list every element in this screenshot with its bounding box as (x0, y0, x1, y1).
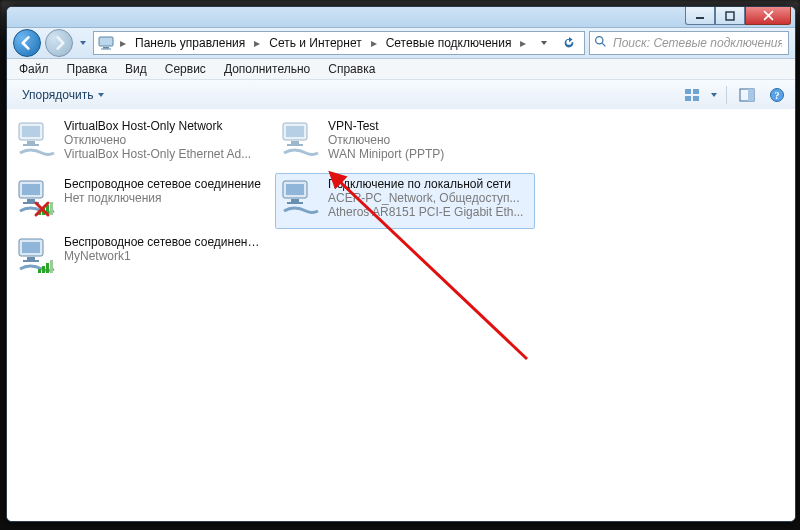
connection-item[interactable]: Беспроводное сетевое соединение 2MyNetwo… (11, 231, 271, 287)
address-bar[interactable]: ▸ Панель управления ▸ Сеть и Интернет ▸ … (93, 31, 585, 55)
connection-item[interactable]: VirtualBox Host-Only NetworkОтключеноVir… (11, 115, 271, 171)
connections-list: VirtualBox Host-Only NetworkОтключеноVir… (7, 109, 795, 293)
menu-tools[interactable]: Сервис (157, 60, 214, 78)
connection-status: Отключено (64, 133, 266, 147)
svg-rect-2 (99, 37, 113, 46)
svg-rect-12 (748, 89, 754, 101)
svg-rect-19 (16, 119, 58, 161)
connection-title: Подключение по локальной сети (328, 177, 530, 191)
svg-rect-42 (42, 266, 45, 273)
connection-text: VPN-TestОтключеноWAN Miniport (PPTP) (328, 119, 530, 161)
help-button[interactable]: ? (765, 83, 789, 107)
svg-rect-41 (38, 269, 41, 273)
svg-rect-35 (291, 199, 299, 202)
content-area[interactable]: VirtualBox Host-Only NetworkОтключеноVir… (7, 109, 795, 521)
connection-status: MyNetwork1 (64, 249, 266, 263)
connection-status: Отключено (328, 133, 530, 147)
connection-item[interactable]: VPN-TestОтключеноWAN Miniport (PPTP) (275, 115, 535, 171)
svg-rect-1 (726, 12, 734, 20)
chevron-down-icon[interactable] (710, 91, 718, 99)
svg-rect-36 (287, 202, 303, 204)
svg-rect-27 (27, 199, 35, 202)
connection-item[interactable]: Беспроводное сетевое соединениеНет подкл… (11, 173, 271, 229)
menu-help[interactable]: Справка (320, 60, 383, 78)
menu-file[interactable]: Файл (11, 60, 57, 78)
maximize-button[interactable] (715, 7, 745, 25)
svg-rect-39 (27, 257, 35, 260)
search-box[interactable] (589, 31, 789, 55)
network-adapter-icon (16, 177, 58, 219)
svg-rect-3 (103, 47, 109, 49)
svg-rect-43 (46, 263, 49, 273)
chevron-down-icon (97, 91, 105, 99)
svg-rect-8 (693, 89, 699, 94)
svg-line-6 (602, 43, 605, 46)
monitor-icon (98, 35, 114, 51)
breadcrumb-network-connections[interactable]: Сетевые подключения (383, 35, 515, 51)
connection-device: WAN Miniport (PPTP) (328, 147, 530, 161)
svg-rect-26 (22, 184, 40, 195)
breadcrumb-control-panel[interactable]: Панель управления (132, 35, 248, 51)
back-button[interactable] (13, 29, 41, 57)
search-icon (594, 35, 607, 51)
connection-text: Беспроводное сетевое соединениеНет подкл… (64, 177, 266, 205)
connection-title: VPN-Test (328, 119, 530, 133)
chevron-right-icon[interactable]: ▸ (118, 36, 128, 50)
view-mode-button[interactable] (680, 83, 704, 107)
chevron-right-icon[interactable]: ▸ (369, 36, 379, 50)
svg-rect-9 (685, 96, 691, 101)
connection-title: VirtualBox Host-Only Network (64, 119, 266, 133)
svg-rect-24 (280, 119, 322, 161)
caption-buttons (685, 7, 791, 25)
organize-button[interactable]: Упорядочить (13, 84, 114, 106)
refresh-button[interactable] (558, 32, 580, 54)
network-adapter-icon (280, 177, 322, 219)
navigation-bar: ▸ Панель управления ▸ Сеть и Интернет ▸ … (7, 28, 795, 59)
network-adapter-icon (16, 119, 58, 161)
preview-pane-button[interactable] (735, 83, 759, 107)
network-adapter-icon (280, 119, 322, 161)
separator (726, 86, 727, 104)
network-adapter-icon (16, 235, 58, 277)
connection-text: Беспроводное сетевое соединение 2MyNetwo… (64, 235, 266, 263)
connection-status: Нет подключения (64, 191, 266, 205)
breadcrumb-network-internet[interactable]: Сеть и Интернет (266, 35, 364, 51)
close-button[interactable] (745, 7, 791, 25)
history-dropdown[interactable] (77, 33, 89, 53)
svg-rect-0 (696, 17, 704, 19)
svg-rect-4 (101, 49, 111, 50)
address-dropdown[interactable] (536, 36, 552, 50)
menu-bar: Файл Правка Вид Сервис Дополнительно Спр… (7, 59, 795, 80)
connection-title: Беспроводное сетевое соединение (64, 177, 266, 191)
command-bar: Упорядочить ? (7, 80, 795, 111)
explorer-window: ▸ Панель управления ▸ Сеть и Интернет ▸ … (6, 6, 796, 522)
svg-rect-32 (50, 202, 53, 215)
organize-label: Упорядочить (22, 88, 93, 102)
connection-status: ACER-PC_Network, Общедоступ... (328, 191, 530, 205)
svg-rect-7 (685, 89, 691, 94)
svg-rect-40 (23, 260, 39, 262)
menu-view[interactable]: Вид (117, 60, 155, 78)
connection-device: Atheros AR8151 PCI-E Gigabit Eth... (328, 205, 530, 219)
chevron-right-icon[interactable]: ▸ (252, 36, 262, 50)
svg-point-5 (596, 37, 603, 44)
menu-extra[interactable]: Дополнительно (216, 60, 318, 78)
connection-text: VirtualBox Host-Only NetworkОтключеноVir… (64, 119, 266, 161)
chevron-right-icon[interactable]: ▸ (518, 36, 528, 50)
svg-rect-38 (22, 242, 40, 253)
forward-button[interactable] (45, 29, 73, 57)
svg-rect-44 (50, 260, 53, 273)
search-input[interactable] (611, 35, 784, 51)
window-titlebar[interactable] (7, 7, 795, 28)
connection-item[interactable]: Подключение по локальной сетиACER-PC_Net… (275, 173, 535, 229)
svg-rect-10 (693, 96, 699, 101)
connection-title: Беспроводное сетевое соединение 2 (64, 235, 266, 249)
menu-edit[interactable]: Правка (59, 60, 116, 78)
connection-device: VirtualBox Host-Only Ethernet Ad... (64, 147, 266, 161)
connection-text: Подключение по локальной сетиACER-PC_Net… (328, 177, 530, 219)
minimize-button[interactable] (685, 7, 715, 25)
svg-text:?: ? (775, 90, 780, 101)
svg-rect-34 (286, 184, 304, 195)
